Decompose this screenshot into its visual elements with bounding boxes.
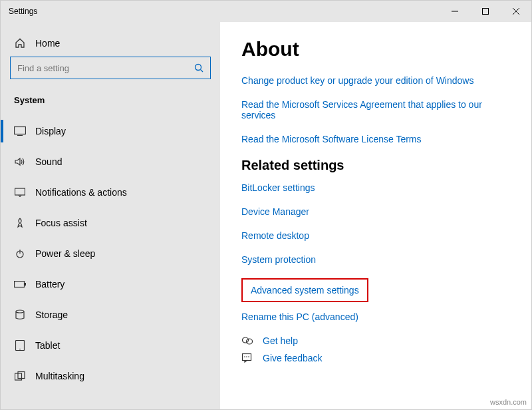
- link-product-key[interactable]: Change product key or upgrade your editi…: [241, 75, 513, 86]
- svg-rect-12: [25, 283, 26, 286]
- nav-label: Sound: [35, 156, 62, 167]
- svg-point-4: [196, 65, 201, 71]
- svg-rect-6: [15, 127, 26, 134]
- storage-icon: [14, 309, 26, 320]
- link-remote-desktop[interactable]: Remote desktop: [241, 230, 513, 241]
- nav-sound[interactable]: Sound: [1, 146, 220, 177]
- nav-list: Display Sound Notifications & actions Fo…: [1, 116, 220, 409]
- focus-assist-icon: [14, 218, 26, 228]
- home-label: Home: [35, 38, 60, 49]
- notifications-icon: [14, 188, 26, 197]
- svg-line-5: [201, 70, 203, 73]
- get-help-link: Get help: [263, 335, 298, 346]
- home-icon: [14, 38, 26, 49]
- sound-icon: [14, 157, 26, 166]
- sidebar: Home System Display Sound: [1, 22, 220, 409]
- nav-tablet[interactable]: Tablet: [1, 330, 220, 361]
- svg-rect-11: [15, 282, 25, 288]
- nav-battery[interactable]: Battery: [1, 269, 220, 300]
- close-button[interactable]: [501, 1, 531, 22]
- link-services-agreement[interactable]: Read the Microsoft Services Agreement th…: [241, 99, 513, 120]
- give-feedback-row[interactable]: Give feedback: [241, 353, 513, 363]
- maximize-button[interactable]: [470, 1, 501, 22]
- nav-label: Multitasking: [35, 371, 84, 381]
- nav-label: Display: [35, 126, 66, 136]
- watermark: wsxdn.com: [490, 398, 527, 406]
- link-bitlocker[interactable]: BitLocker settings: [241, 182, 513, 193]
- search-icon: [194, 63, 203, 73]
- feedback-icon: [241, 353, 253, 363]
- nav-label: Tablet: [35, 340, 60, 351]
- titlebar: Settings: [1, 1, 531, 22]
- page-title: About: [241, 38, 513, 61]
- svg-point-19: [247, 339, 253, 344]
- svg-point-15: [19, 349, 21, 350]
- related-settings-heading: Related settings: [241, 158, 513, 173]
- search-box[interactable]: [10, 57, 211, 79]
- link-advanced-system-settings[interactable]: Advanced system settings: [241, 278, 368, 302]
- nav-multitasking[interactable]: Multitasking: [1, 361, 220, 391]
- nav-focus-assist[interactable]: Focus assist: [1, 208, 220, 238]
- power-icon: [14, 249, 26, 258]
- content-pane: About Change product key or upgrade your…: [220, 22, 531, 409]
- search-input[interactable]: [17, 63, 194, 73]
- section-title: System: [1, 91, 220, 116]
- multitasking-icon: [14, 371, 26, 381]
- battery-icon: [14, 281, 26, 288]
- nav-display[interactable]: Display: [1, 116, 220, 146]
- display-icon: [14, 126, 26, 136]
- link-device-manager[interactable]: Device Manager: [241, 206, 513, 217]
- nav-label: Battery: [35, 279, 65, 290]
- svg-rect-8: [15, 188, 25, 195]
- tablet-icon: [14, 340, 26, 351]
- nav-storage[interactable]: Storage: [1, 300, 220, 330]
- get-help-row[interactable]: Get help: [241, 335, 513, 346]
- svg-point-18: [243, 337, 249, 343]
- help-icon: [241, 336, 253, 345]
- home-nav[interactable]: Home: [1, 33, 220, 57]
- svg-rect-1: [483, 9, 489, 15]
- svg-point-13: [16, 310, 24, 313]
- minimize-button[interactable]: [440, 1, 470, 22]
- link-license-terms[interactable]: Read the Microsoft Software License Term…: [241, 134, 513, 144]
- nav-label: Power & sleep: [35, 248, 95, 259]
- window-title: Settings: [1, 7, 440, 16]
- nav-label: Focus assist: [35, 218, 87, 228]
- nav-notifications[interactable]: Notifications & actions: [1, 177, 220, 208]
- svg-point-21: [244, 356, 245, 357]
- nav-label: Storage: [35, 309, 68, 320]
- svg-point-23: [248, 356, 249, 357]
- svg-point-22: [246, 356, 247, 357]
- nav-label: Notifications & actions: [35, 187, 127, 198]
- link-system-protection[interactable]: System protection: [241, 254, 513, 265]
- give-feedback-link: Give feedback: [263, 353, 323, 363]
- link-rename-pc[interactable]: Rename this PC (advanced): [241, 311, 513, 322]
- nav-power-sleep[interactable]: Power & sleep: [1, 238, 220, 269]
